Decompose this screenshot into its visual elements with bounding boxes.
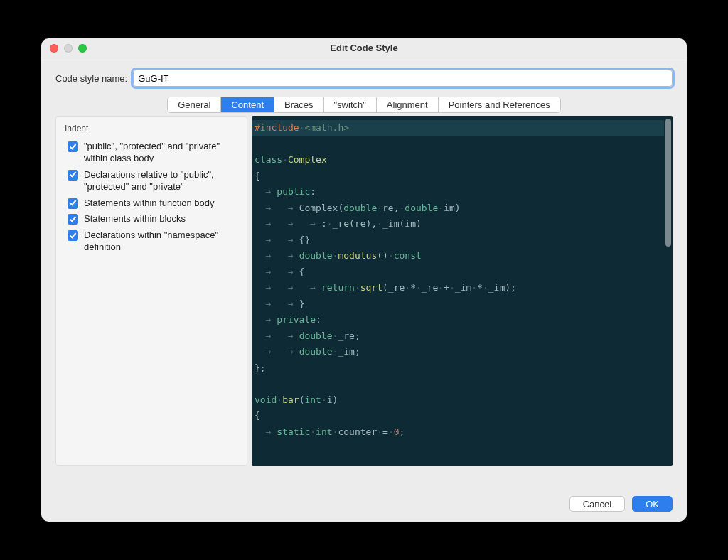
cancel-button[interactable]: Cancel — [569, 496, 625, 512]
tab-alignment[interactable]: Alignment — [377, 97, 439, 112]
indent-option: Declarations within "namespace" definiti… — [68, 230, 235, 254]
code-style-name-input[interactable] — [133, 70, 673, 87]
checkbox[interactable] — [68, 170, 78, 181]
code-style-name-label: Code style name: — [55, 73, 127, 84]
ok-button[interactable]: OK — [632, 496, 673, 512]
checkbox[interactable] — [68, 214, 78, 225]
checkbox-label: Statements within function body — [84, 198, 215, 210]
checkbox[interactable] — [68, 141, 78, 152]
checkbox[interactable] — [68, 230, 78, 241]
checkbox[interactable] — [68, 198, 78, 209]
indent-option: Declarations relative to "public", "prot… — [68, 169, 235, 193]
tab-braces[interactable]: Braces — [274, 97, 323, 112]
indent-option: "public", "protected" and "private" with… — [68, 141, 235, 165]
indent-option: Statements within blocks — [68, 213, 235, 225]
dialog-window: Edit Code Style Code style name: General… — [41, 38, 687, 522]
titlebar: Edit Code Style — [41, 38, 687, 58]
checkbox-label: Declarations within "namespace" definiti… — [84, 230, 235, 254]
minimize-window-button[interactable] — [64, 44, 73, 53]
tab-switch[interactable]: "switch" — [324, 97, 377, 112]
code-preview: #include·<math.h> class·Complex{ → publi… — [252, 116, 673, 466]
maximize-window-button[interactable] — [78, 44, 87, 53]
indent-option: Statements within function body — [68, 198, 235, 210]
window-title: Edit Code Style — [330, 43, 397, 53]
tab-content[interactable]: Content — [221, 97, 274, 112]
traffic-lights — [50, 44, 87, 53]
indent-options-panel: Indent "public", "protected" and "privat… — [55, 116, 247, 466]
tabs-segmented-control: GeneralContentBraces"switch"AlignmentPoi… — [167, 97, 561, 113]
checkbox-label: Statements within blocks — [84, 213, 186, 225]
close-window-button[interactable] — [50, 44, 58, 53]
checkbox-label: "public", "protected" and "private" with… — [84, 141, 235, 165]
tab-general[interactable]: General — [168, 97, 221, 112]
checkbox-label: Declarations relative to "public", "prot… — [84, 169, 235, 193]
indent-group-title: Indent — [65, 124, 238, 134]
tab-pointers-and-references[interactable]: Pointers and References — [439, 97, 560, 112]
